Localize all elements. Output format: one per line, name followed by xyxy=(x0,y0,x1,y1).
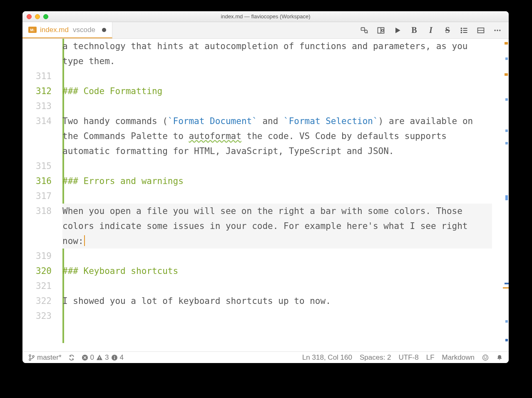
line-number[interactable]: 321 xyxy=(22,279,52,294)
code-content[interactable]: a technology that hints at autocompletio… xyxy=(62,39,509,351)
code-line[interactable]: ### Code Formatting xyxy=(62,84,492,99)
svg-point-15 xyxy=(99,359,100,360)
close-button[interactable] xyxy=(27,14,32,19)
problems-indicator[interactable]: 0 3 4 xyxy=(82,353,124,362)
line-number[interactable]: 322 xyxy=(22,294,52,308)
bullet-list-icon[interactable] xyxy=(457,24,471,37)
feedback-button[interactable] xyxy=(482,354,489,361)
code-line[interactable] xyxy=(62,159,492,174)
text-span: a technology that hints at autocompletio… xyxy=(62,41,473,66)
indentation[interactable]: Spaces: 2 xyxy=(360,353,391,362)
git-branch[interactable]: master* xyxy=(28,353,62,362)
titlebar[interactable]: index.md — flaviocopes (Workspace) xyxy=(22,11,509,22)
eol[interactable]: LF xyxy=(426,353,435,362)
code-line[interactable] xyxy=(62,189,492,204)
smiley-icon xyxy=(482,354,489,361)
line-number[interactable]: 312 xyxy=(22,84,52,99)
ruler-marker[interactable] xyxy=(505,57,508,60)
code-line[interactable] xyxy=(62,249,492,264)
editor-area[interactable]: 311312313314315316317318319320321322323 … xyxy=(22,39,509,351)
line-number[interactable]: 313 xyxy=(22,99,52,114)
code-line[interactable]: ### Errors and warnings xyxy=(62,174,492,189)
language-mode[interactable]: Markdown xyxy=(442,353,475,362)
traffic-lights xyxy=(22,14,48,19)
ruler-marker[interactable] xyxy=(505,42,508,45)
ruler-marker[interactable] xyxy=(505,129,508,132)
maximize-button[interactable] xyxy=(43,14,48,19)
svg-point-10 xyxy=(499,30,500,31)
line-number[interactable]: 318 xyxy=(22,204,52,249)
ruler-marker[interactable] xyxy=(505,73,508,76)
more-actions-icon[interactable] xyxy=(490,24,505,37)
svg-point-1 xyxy=(365,30,368,33)
line-number-gutter[interactable]: 311312313314315316317318319320321322323 xyxy=(22,39,62,351)
line-number[interactable]: 314 xyxy=(22,114,52,159)
ruler-marker[interactable] xyxy=(505,339,508,341)
line-number[interactable]: 315 xyxy=(22,159,52,174)
ruler-cursor-marker[interactable] xyxy=(505,283,509,284)
ruler-marker[interactable] xyxy=(505,195,508,200)
code-line[interactable]: Two handy commands (`Format Document` an… xyxy=(62,114,492,159)
svg-point-6 xyxy=(461,32,462,33)
tabbar: M↓ index.md vscode B I S xyxy=(22,22,509,39)
cursor-position[interactable]: Ln 318, Col 160 xyxy=(302,353,352,362)
bold-button[interactable]: B xyxy=(407,24,421,37)
code-line[interactable] xyxy=(62,308,492,323)
line-number[interactable]: 311 xyxy=(22,69,52,84)
svg-point-19 xyxy=(484,356,485,357)
line-number[interactable]: 319 xyxy=(22,249,52,264)
code-line[interactable]: When you open a file you will see on the… xyxy=(62,204,492,249)
line-number[interactable]: 320 xyxy=(22,264,52,279)
code-line[interactable] xyxy=(62,69,492,84)
svg-point-8 xyxy=(495,30,496,31)
warning-icon xyxy=(96,354,103,361)
encoding[interactable]: UTF-8 xyxy=(399,353,419,362)
text-span: When you open a file you will see on the… xyxy=(62,206,473,246)
code-line[interactable] xyxy=(62,279,492,294)
notifications-button[interactable] xyxy=(496,354,503,361)
window-title: index.md — flaviocopes (Workspace) xyxy=(22,13,509,20)
strikethrough-button[interactable]: S xyxy=(440,24,455,37)
tab-folder: vscode xyxy=(73,26,95,34)
dirty-indicator-icon[interactable] xyxy=(102,28,106,32)
ruler-marker[interactable] xyxy=(505,142,508,144)
svg-point-13 xyxy=(32,356,34,357)
ruler-marker[interactable] xyxy=(505,98,508,101)
find-replace-icon[interactable] xyxy=(357,24,371,37)
code-line[interactable] xyxy=(62,99,492,114)
statusbar: master* 0 3 4 xyxy=(22,351,509,363)
code-line[interactable]: I showed you a lot of keyboard shortcuts… xyxy=(62,294,492,308)
layout-icon[interactable] xyxy=(474,24,488,37)
ruler-active-line[interactable] xyxy=(503,287,509,289)
italic-button[interactable]: I xyxy=(424,24,438,37)
editor-tab[interactable]: M↓ index.md vscode xyxy=(22,22,112,38)
svg-point-18 xyxy=(483,355,488,360)
open-preview-side-icon[interactable] xyxy=(374,24,388,37)
branch-name: master* xyxy=(37,353,62,362)
svg-point-17 xyxy=(114,356,115,357)
git-branch-icon xyxy=(28,354,35,361)
markdown-heading: ### Errors and warnings xyxy=(62,176,184,186)
minimize-button[interactable] xyxy=(35,14,40,19)
info-icon xyxy=(111,354,118,361)
line-number[interactable]: 317 xyxy=(22,189,52,204)
sync-button[interactable] xyxy=(68,354,75,361)
text-span: Two handy commands ( xyxy=(62,116,168,126)
run-icon[interactable] xyxy=(390,24,405,37)
svg-point-3 xyxy=(382,29,384,31)
sync-icon xyxy=(68,354,75,361)
bell-icon xyxy=(496,354,503,361)
warning-count: 3 xyxy=(105,353,109,362)
line-number[interactable]: 323 xyxy=(22,308,52,323)
code-line[interactable]: ### Keyboard shortcuts xyxy=(62,264,492,279)
line-number[interactable] xyxy=(22,39,52,69)
ruler-marker[interactable] xyxy=(505,320,508,323)
spell-warning: autoformat xyxy=(189,131,241,141)
line-number[interactable]: 316 xyxy=(22,174,52,189)
error-count: 0 xyxy=(90,353,94,362)
overview-ruler[interactable] xyxy=(502,39,509,351)
svg-point-11 xyxy=(29,355,31,356)
code-line[interactable]: a technology that hints at autocompletio… xyxy=(62,39,492,69)
editor-toolbar: B I S xyxy=(357,22,509,38)
inline-code: `Format Document` xyxy=(168,116,257,126)
